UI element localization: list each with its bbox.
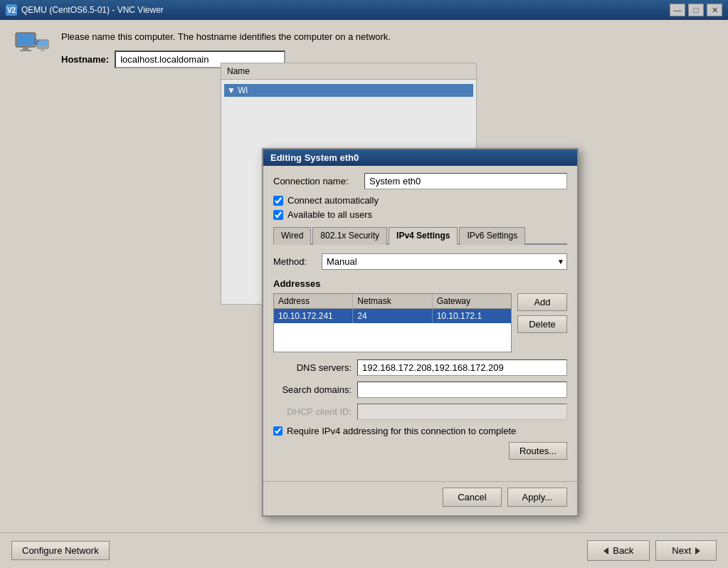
addresses-table: Address Netmask Gateway 10.10.172.241 24… [273,293,512,352]
col-address: Address [274,294,353,308]
panel-name-col: Name [227,66,250,76]
tab-ipv4[interactable]: IPv4 Settings [389,227,458,245]
addr-buttons: Add Delete [517,293,567,352]
ipv4-tab-content: Method: Manual ▼ Addresses Address Net [273,245,567,470]
table-empty-area [274,323,511,352]
edit-connection-modal: Editing System eth0 Connection name: Con… [262,148,579,517]
addresses-area: Address Netmask Gateway 10.10.172.241 24… [273,293,567,352]
add-address-button[interactable]: Add [517,293,567,311]
row-label: Wi [238,85,248,95]
col-netmask: Netmask [353,294,432,308]
dns-row: DNS servers: [273,359,567,376]
method-label: Method: [273,256,316,267]
title-bar-buttons: — □ ✕ [670,4,722,16]
connection-name-row: Connection name: [273,173,567,189]
maximize-button[interactable]: □ [688,4,704,16]
cell-netmask: 24 [353,309,432,323]
main-content: Please name this computer. The hostname … [0,20,728,94]
tabs-row: Wired 802.1x Security IPv4 Settings IPv6… [273,226,567,245]
routes-row: Routes... [273,442,567,460]
search-domains-label: Search domains: [273,384,352,395]
title-bar-text: QEMU (CentOS6.5-01) - VNC Viewer [21,5,670,15]
modal-footer: Cancel Apply... [263,481,577,515]
require-ipv4-checkbox[interactable] [273,426,283,436]
panel-header: Name [221,63,476,80]
connection-name-label: Connection name: [273,176,359,186]
panel-row[interactable]: ▼ Wi [224,84,473,97]
back-arrow-icon [603,547,608,554]
dns-input[interactable] [357,359,567,376]
close-button[interactable]: ✕ [707,4,722,16]
connection-name-input[interactable] [364,173,567,189]
search-domains-input[interactable] [357,382,567,398]
auto-connect-row: Connect automatically [273,195,567,206]
row-expand-icon: ▼ [227,85,236,95]
search-domains-row: Search domains: [273,382,567,398]
title-bar: V2 QEMU (CentOS6.5-01) - VNC Viewer — □ … [0,0,728,20]
cell-address: 10.10.172.241 [274,309,353,323]
dns-label: DNS servers: [273,362,352,373]
back-button[interactable]: Back [587,540,650,561]
modal-body: Connection name: Connect automatically A… [263,166,577,477]
routes-button[interactable]: Routes... [509,442,567,460]
method-select-wrapper: Manual ▼ [322,253,567,270]
svg-rect-7 [40,51,46,51]
apply-button[interactable]: Apply... [507,488,567,507]
all-users-checkbox[interactable] [273,210,283,220]
app-icon: V2 [6,4,17,16]
auto-connect-label: Connect automatically [287,195,379,206]
svg-rect-1 [17,34,34,45]
hostname-desc-text: Please name this computer. The hostname … [61,31,391,42]
next-arrow-icon [695,547,700,554]
require-ipv4-row: Require IPv4 addressing for this connect… [273,426,567,436]
configure-network-button[interactable]: Configure Network [11,541,110,560]
all-users-row: Available to all users [273,209,567,220]
cancel-button[interactable]: Cancel [443,488,501,507]
table-header: Address Netmask Gateway [274,294,511,309]
network-icon [14,31,50,67]
dhcp-client-id-label: DHCP client ID: [273,406,352,417]
tab-wired[interactable]: Wired [273,227,311,245]
next-btn-label: Next [672,545,691,556]
dhcp-client-id-row: DHCP client ID: [273,404,567,420]
dhcp-client-id-input [357,404,567,420]
all-users-label: Available to all users [287,209,372,220]
method-select[interactable]: Manual [322,253,567,270]
tab-ipv6[interactable]: IPv6 Settings [459,227,525,245]
next-button[interactable]: Next [655,540,717,561]
modal-title: Editing System eth0 [270,152,359,163]
panel-list: ▼ Wi [221,80,476,100]
tab-8021x[interactable]: 802.1x Security [312,227,387,245]
method-row: Method: Manual ▼ [273,253,567,270]
hostname-label: Hostname: [61,54,109,65]
svg-rect-6 [41,48,44,51]
col-gateway: Gateway [433,294,511,308]
auto-connect-checkbox[interactable] [273,196,283,206]
addresses-title: Addresses [273,278,567,289]
minimize-button[interactable]: — [670,4,685,16]
bottom-bar: Configure Network Back Next [0,532,728,568]
svg-rect-3 [20,50,31,51]
modal-title-bar: Editing System eth0 [263,149,577,166]
svg-rect-2 [23,47,28,50]
back-btn-label: Back [613,545,633,556]
require-ipv4-label: Require IPv4 addressing for this connect… [287,426,516,436]
nav-buttons: Back Next [587,540,717,561]
delete-address-button[interactable]: Delete [517,315,567,333]
cell-gateway: 10.10.172.1 [433,309,511,323]
table-row[interactable]: 10.10.172.241 24 10.10.172.1 [274,309,511,323]
